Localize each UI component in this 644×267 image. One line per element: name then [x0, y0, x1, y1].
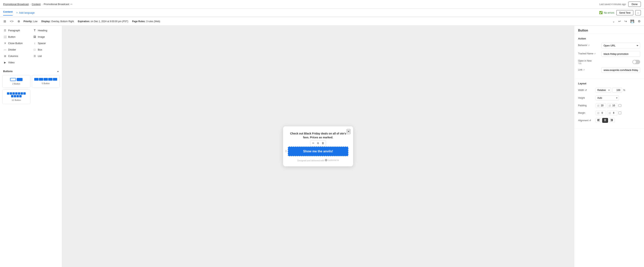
element-close-button[interactable]: ✕ Close Button — [2, 40, 31, 46]
add-language-button[interactable]: ＋ Add language — [16, 11, 34, 14]
open-new-tab-label-group: Open in New Tab — [578, 59, 592, 64]
svg-rect-2 — [597, 119, 600, 119]
popup-delete-button[interactable]: 🗑 — [321, 141, 325, 145]
link-info-icon[interactable]: ↺ — [583, 69, 585, 71]
open-new-tab-row: Open in New Tab — [578, 59, 640, 64]
margin-controls: ⬜ ⬜ — [596, 111, 640, 115]
toggle-slider — [632, 60, 640, 64]
width-controls: Relative % — [596, 88, 640, 93]
element-button[interactable]: ⬜ Button — [2, 34, 31, 40]
code-view-button[interactable]: <> — [9, 18, 15, 24]
drag-handle-icon[interactable]: ⠿ — [285, 150, 287, 153]
link-input[interactable] — [602, 67, 640, 73]
element-paragraph[interactable]: ☰ Paragraph — [2, 27, 31, 33]
btn-2-button-item[interactable]: 2 Button — [2, 75, 30, 88]
collapse-button[interactable]: ⌄ — [611, 18, 616, 24]
link-label: Link ↺ — [578, 67, 600, 71]
padding-controls: ⬜ ⬜ — [596, 103, 640, 108]
margin-lock-checkbox[interactable] — [618, 112, 621, 114]
redo-button[interactable]: ↪ — [623, 18, 628, 24]
align-right-button[interactable] — [609, 118, 615, 123]
mini-outline-btn — [10, 78, 16, 81]
popup-duplicate-button[interactable]: ⧉ — [316, 141, 320, 145]
content-tab[interactable]: Content — [3, 10, 13, 15]
element-spacer[interactable]: ↕ Spacer — [31, 40, 61, 46]
tracked-name-info-icon[interactable]: ↺ — [594, 53, 596, 55]
tracked-name-label: Tracked Name ↺ — [578, 51, 600, 55]
tracked-name-input[interactable] — [602, 51, 640, 57]
xs-4 — [15, 92, 18, 95]
btn-5-button-item[interactable]: 5 Button — [32, 75, 60, 88]
undo-button[interactable]: ↩ — [617, 18, 622, 24]
alignment-controls — [596, 118, 640, 123]
behavior-info-icon[interactable]: ↺ — [588, 44, 590, 46]
save-button[interactable]: 💾 — [629, 18, 636, 24]
height-row: Height Auto — [578, 95, 640, 100]
buttons-header[interactable]: Buttons ▲ — [2, 69, 60, 74]
xs-9 — [14, 95, 16, 97]
behavior-row: Behavior ↺ Open URL — [578, 43, 640, 48]
element-image[interactable]: 🖼 Image — [31, 34, 61, 40]
spacer-label: Spacer — [38, 42, 46, 45]
list-label: List — [38, 55, 42, 57]
padding-lock-checkbox[interactable] — [618, 104, 621, 107]
xs-1 — [7, 92, 9, 95]
second-bar-right: ✅ No errors Send Test ··· — [599, 10, 641, 15]
padding-v-input[interactable] — [611, 104, 616, 107]
margin-row: Margin ⬜ ⬜ — [578, 111, 640, 115]
popup-edit-button[interactable]: ✏ — [311, 141, 316, 145]
element-box[interactable]: □ Box — [31, 47, 61, 53]
padding-v-icon: ⬜ — [608, 105, 611, 107]
more-options-button[interactable]: ··· — [635, 10, 641, 15]
link-row: Link ↺ — [578, 67, 640, 73]
right-panel-title: Button — [574, 26, 644, 34]
margin-v-icon: ⬜ — [608, 112, 611, 114]
settings-view-button[interactable]: ⊕ — [16, 18, 21, 24]
width-type-select[interactable]: Relative — [596, 88, 611, 93]
alignment-label: Alignment ↺ — [578, 119, 594, 122]
padding-h-icon: ⬜ — [597, 105, 599, 107]
grid-view-button[interactable]: ⊞ — [2, 18, 7, 24]
buttons-chevron-icon: ▲ — [57, 70, 59, 72]
margin-h-input[interactable] — [600, 112, 604, 114]
margin-label: Margin — [578, 112, 594, 114]
footer-text: Designed and delivered with — [297, 159, 324, 162]
done-button[interactable]: Done — [628, 1, 641, 7]
behavior-select[interactable]: Open URL — [602, 43, 640, 48]
mini-fill-sm-3 — [44, 78, 48, 81]
button-label: Button — [8, 35, 16, 38]
behavior-label: Behavior ↺ — [578, 43, 600, 47]
xs-11 — [19, 95, 22, 97]
element-video[interactable]: ▶ Video — [2, 59, 31, 65]
edit-icon[interactable]: ✏ — [70, 3, 73, 6]
height-select[interactable]: Auto — [596, 95, 619, 100]
main-layout: ☰ Paragraph T Heading ⬜ Button 🖼 Image ✕… — [0, 26, 644, 267]
expiration-label: Expiration: — [78, 20, 90, 23]
btn-11-button-item[interactable]: 11 Button — [2, 89, 30, 104]
margin-h-icon: ⬜ — [597, 112, 599, 114]
open-new-tab-toggle[interactable] — [632, 60, 640, 64]
element-divider[interactable]: — Divider — [2, 47, 31, 53]
btn-11-label: 11 Button — [12, 99, 21, 101]
xs-2 — [10, 92, 12, 95]
width-value-input[interactable] — [612, 88, 622, 93]
breadcrumb-part1[interactable]: Promotional Broadcast — [3, 3, 29, 6]
element-columns[interactable]: ⊞ Columns — [2, 53, 31, 59]
align-center-button[interactable] — [602, 118, 608, 123]
popup-main-button[interactable]: Show me the anvils! — [288, 147, 348, 156]
divider-icon: — — [4, 48, 6, 51]
element-heading[interactable]: T Heading — [31, 27, 61, 33]
width-info-icon[interactable]: ↺ — [585, 89, 587, 91]
more-toolbar-button[interactable]: ⚙ — [636, 18, 642, 24]
padding-h-input[interactable] — [600, 104, 604, 107]
alignment-info-icon[interactable]: ↺ — [589, 119, 591, 122]
popup-close-button[interactable]: ✕ — [347, 129, 350, 134]
element-list[interactable]: ☰ List — [31, 53, 61, 59]
top-right: Last saved 4 minutes ago Done — [599, 1, 641, 7]
expiration-meta: Expiration: on Dec 1, 2024 at 9:00:00 pm… — [78, 20, 128, 23]
open-new-tab-label: Open in New — [578, 59, 592, 62]
send-test-button[interactable]: Send Test — [616, 10, 634, 15]
margin-v-input[interactable] — [611, 112, 616, 114]
breadcrumb-part2[interactable]: Content — [32, 3, 41, 6]
align-left-button[interactable] — [596, 118, 602, 123]
